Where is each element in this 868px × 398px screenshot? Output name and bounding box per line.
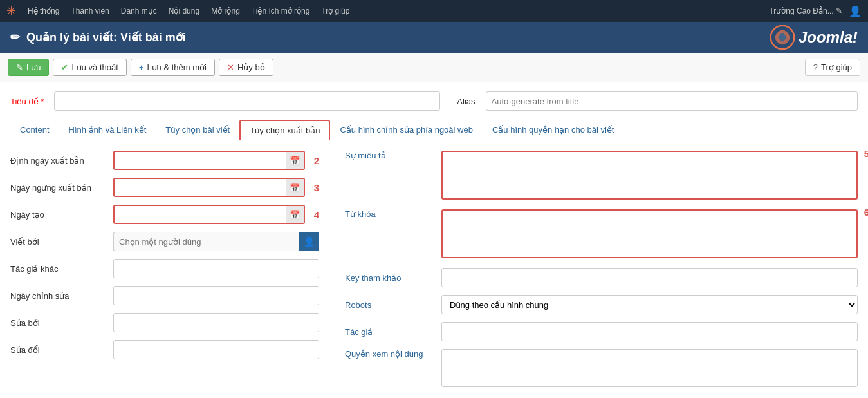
nav-item-trogiup[interactable]: Trợ giúp [321, 6, 349, 15]
date-input-3[interactable] [115, 206, 286, 223]
save-icon: ✎ [16, 62, 23, 72]
input-date-2: 📅 [113, 178, 305, 197]
label-tacgia: Tác giả [345, 327, 435, 337]
nav-item-noidung[interactable]: Nội dung [169, 6, 199, 15]
form-row-sumieutа: Sự miêu tả 5 [345, 151, 858, 202]
form-row-robots: Robots Dùng theo cấu hình chung [345, 295, 858, 314]
user-icon[interactable]: 👤 [849, 5, 862, 17]
label-ngaychinhsua: Ngày chỉnh sửa [10, 291, 107, 301]
date-input-1[interactable] [115, 152, 286, 169]
form-row-tukhoa: Từ khóa 6 [345, 209, 858, 260]
form-row-vietboi: Viết bởi 👤 [10, 232, 319, 251]
tab-cauhinh[interactable]: Cấu hình chỉnh sửa phía ngoài web [330, 120, 482, 140]
pencil-icon: ✏ [10, 30, 20, 44]
form-row-suaboi: Sửa bởi [10, 313, 319, 332]
nav-item-hethong[interactable]: Hệ thống [28, 6, 59, 15]
header-bar: ✏ Quản lý bài viết: Viết bài mới Joomla! [0, 22, 868, 53]
robots-select-wrap: Dùng theo cấu hình chung [441, 295, 858, 314]
save-exit-label: Lưu và thoát [71, 62, 118, 72]
form-row-quyenxem: Quyền xem nội dung [345, 349, 858, 387]
tab-hinhanh[interactable]: Hình ảnh và Liên kết [59, 120, 156, 140]
tab-content[interactable]: Content [10, 120, 59, 140]
page-title: Quản lý bài viết: Viết bài mới [26, 30, 186, 44]
form-row-ngaynung: Ngày ngưng xuất bản 📅 3 [10, 178, 319, 197]
save-button[interactable]: ✎ Lưu [8, 59, 49, 76]
input-keythamkhao[interactable] [441, 268, 858, 287]
joomla-nav-logo: ✳ [6, 4, 16, 18]
form-left: Định ngày xuất bản 📅 2 Ngày ngưng xuất b… [10, 151, 319, 395]
form-right: Sự miêu tả 5 Từ khóa 6 Key tham khảo [345, 151, 858, 395]
save-new-button[interactable]: + Lưu & thêm mới [131, 59, 215, 76]
nav-item-tienich[interactable]: Tiện ích mở rộng [252, 6, 310, 15]
num-label-3: 3 [314, 182, 319, 193]
label-ngaynung: Ngày ngưng xuất bản [10, 183, 107, 193]
cancel-label: Hủy bỏ [237, 62, 265, 72]
textarea-sumieuta[interactable] [441, 151, 858, 200]
joomla-logo: Joomla! [770, 25, 858, 50]
tabs-bar: Content Hình ảnh và Liên kết Tùy chọn bà… [10, 120, 858, 140]
calendar-btn-3[interactable]: 📅 [286, 206, 304, 223]
textarea-sumieuta-wrap: 5 [441, 151, 858, 202]
title-row: Tiêu đề * Alias [10, 91, 858, 111]
user-select-wrap: 👤 [113, 232, 319, 251]
label-dinhngy: Định ngày xuất bản [10, 156, 107, 166]
tab-quyenhan[interactable]: Cấu hình quyền hạn cho bài viết [483, 120, 624, 140]
textarea-tukhoa[interactable] [441, 209, 858, 258]
user-select-btn[interactable]: 👤 [299, 232, 319, 251]
input-date-1: 📅 [113, 151, 305, 170]
form-row-ngaychinhsua: Ngày chỉnh sửa [10, 286, 319, 305]
input-ngaychinhsua[interactable] [113, 286, 319, 305]
form-row-keythamkhao: Key tham khảo [345, 268, 858, 287]
save-exit-button[interactable]: ✔ Lưu và thoát [53, 59, 126, 76]
title-input[interactable] [54, 91, 440, 111]
help-label: Trợ giúp [821, 62, 852, 72]
num-label-5: 5 [864, 148, 868, 159]
save-label: Lưu [26, 62, 41, 72]
tab-tuychon[interactable]: Tùy chọn bài viết [156, 120, 239, 140]
required-marker: * [41, 97, 44, 106]
user-select-input[interactable] [113, 232, 299, 251]
question-icon: ? [813, 62, 818, 72]
num-label-4: 4 [314, 209, 319, 220]
label-robots: Robots [345, 300, 435, 310]
date-input-2[interactable] [115, 179, 286, 196]
label-suadoi: Sửa đổi [10, 345, 107, 355]
alias-label: Alias [457, 97, 475, 106]
content-area: Tiêu đề * Alias Content Hình ảnh và Liên… [0, 82, 868, 398]
label-suaboi: Sửa bởi [10, 318, 107, 328]
form-row-dinhngy: Định ngày xuất bản 📅 2 [10, 151, 319, 170]
label-tukhoa: Từ khóa [345, 209, 435, 219]
robots-select[interactable]: Dùng theo cấu hình chung [441, 295, 858, 314]
cancel-button[interactable]: ✕ Hủy bỏ [219, 59, 273, 76]
top-nav-right: Trường Cao Đẳn... ✎ 👤 [769, 5, 862, 17]
check-icon: ✔ [61, 62, 68, 72]
label-sumieutа: Sự miêu tả [345, 151, 435, 160]
top-nav-user[interactable]: Trường Cao Đẳn... ✎ [769, 6, 842, 15]
textarea-tukhoa-wrap: 6 [441, 209, 858, 260]
input-suaboi[interactable] [113, 313, 319, 332]
textarea-quyenxem[interactable] [441, 349, 858, 387]
num-label-2: 2 [314, 155, 319, 166]
save-new-label: Lưu & thêm mới [147, 62, 207, 72]
form-row-tacgiakhac: Tác giả khác [10, 259, 319, 278]
toolbar: ✎ Lưu ✔ Lưu và thoát + Lưu & thêm mới ✕ … [0, 53, 868, 82]
label-quyenxem: Quyền xem nội dung [345, 349, 435, 359]
title-label: Tiêu đề * [10, 97, 44, 106]
tab-xuatban[interactable]: Tùy chọn xuất bản [239, 120, 330, 140]
calendar-btn-2[interactable]: 📅 [286, 179, 304, 196]
input-tacgiakhac[interactable] [113, 259, 319, 278]
calendar-btn-1[interactable]: 📅 [286, 152, 304, 169]
top-navbar: ✳ Hệ thống Thành viên Danh mục Nội dung … [0, 0, 868, 22]
input-suadoi[interactable] [113, 340, 319, 359]
plus-icon: + [139, 62, 144, 72]
input-tacgia[interactable] [441, 322, 858, 341]
toolbar-right: ? Trợ giúp [805, 59, 860, 76]
help-button[interactable]: ? Trợ giúp [805, 59, 860, 76]
nav-item-thanhvien[interactable]: Thành viên [71, 6, 109, 15]
form-layout: Định ngày xuất bản 📅 2 Ngày ngưng xuất b… [10, 151, 858, 395]
nav-item-danhmuc[interactable]: Danh mục [121, 6, 157, 15]
nav-item-morong[interactable]: Mở rộng [211, 6, 240, 15]
alias-input[interactable] [486, 91, 858, 111]
label-vietboi: Viết bởi [10, 237, 107, 247]
label-tacgiakhac: Tác giả khác [10, 264, 107, 274]
